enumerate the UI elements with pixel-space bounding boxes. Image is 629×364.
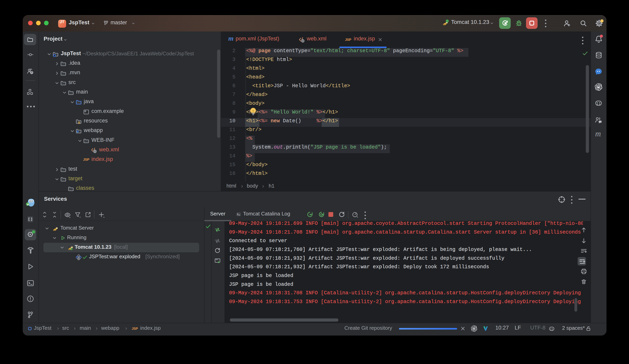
svg-text:?: ? [31, 71, 32, 74]
